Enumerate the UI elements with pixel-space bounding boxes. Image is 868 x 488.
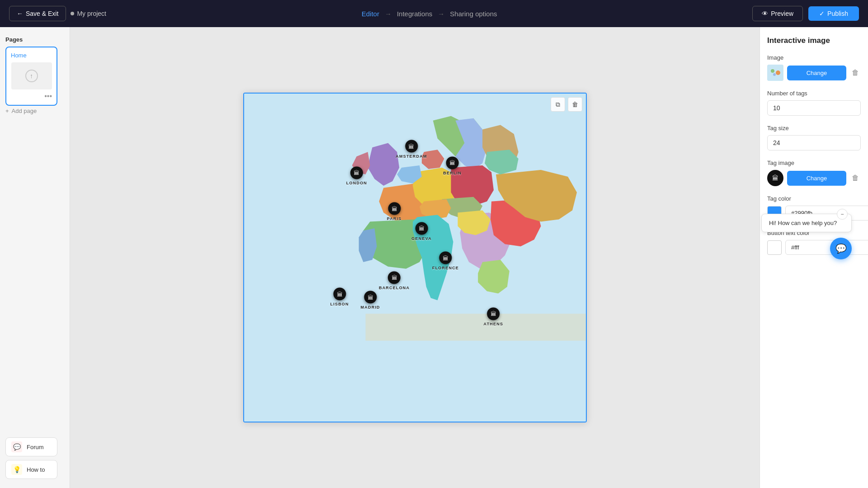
image-delete-button[interactable]: 🗑 [850, 67, 861, 79]
home-page-title: Home [11, 52, 52, 59]
howto-button[interactable]: 💡 How to [5, 460, 57, 479]
tag-image-preview: 🏛 [767, 170, 783, 186]
svg-point-3 [776, 70, 780, 75]
pin-circle[interactable]: 🏛 [446, 156, 459, 169]
chat-help-text: Hi! How can we help you? [769, 220, 837, 226]
map-thumb-icon [767, 65, 783, 81]
pin-circle[interactable]: 🏛 [415, 222, 428, 235]
check-icon: ✓ [819, 10, 825, 17]
sidebar: Pages Home ↑ ••• + Add page 💬 Foru [0, 27, 70, 488]
tag-image-label: Tag image [767, 160, 861, 166]
chat-panel: − Hi! How can we help you? [761, 214, 852, 232]
city-pin-athens[interactable]: 🏛 ATHENS [484, 307, 504, 326]
pages-section: Pages Home ↑ ••• + Add page [5, 36, 64, 116]
publish-button[interactable]: ✓ Publish [808, 6, 859, 21]
pin-circle[interactable]: 🏛 [439, 252, 452, 264]
forum-icon: 💬 [11, 441, 22, 452]
city-pin-paris[interactable]: 🏛 PARIS [387, 202, 402, 221]
delete-button[interactable]: 🗑 [568, 97, 582, 112]
image-thumbnail [767, 65, 783, 81]
arrow-1: → [385, 10, 392, 18]
nav-steps: Editor → Integrations → Sharing options [362, 10, 497, 18]
tag-image-row: 🏛 Change 🗑 [767, 170, 861, 186]
tag-image-delete-button[interactable]: 🗑 [850, 172, 861, 184]
pin-circle[interactable]: 🏛 [405, 140, 418, 153]
pin-circle[interactable]: 🏛 [350, 166, 363, 179]
city-label: GENEVA [411, 236, 432, 240]
header-left: ← Save & Exit My project [9, 6, 106, 21]
nav-sharing[interactable]: Sharing options [450, 10, 497, 18]
canvas-frame: ⧉ 🗑 [243, 93, 587, 422]
tag-size-section: Tag size [767, 125, 861, 150]
header-right: 👁 Preview ✓ Publish [752, 6, 859, 21]
image-label: Image [767, 54, 861, 61]
pages-title: Pages [5, 36, 64, 43]
chat-fab-icon: 💬 [835, 243, 847, 254]
image-change-button[interactable]: Change [787, 66, 846, 80]
page-options-button[interactable]: ••• [44, 92, 52, 100]
chat-fab-button[interactable]: 💬 [830, 238, 852, 259]
city-label: LISBON [330, 302, 349, 306]
pin-circle[interactable]: 🏛 [388, 271, 401, 284]
city-label: ATHENS [484, 321, 504, 326]
arrow-2: → [438, 10, 444, 18]
sidebar-bottom: 💬 Forum 💡 How to [5, 437, 64, 479]
home-page-card[interactable]: Home ↑ ••• [5, 47, 57, 106]
plus-icon: + [5, 108, 9, 114]
tags-label: Number of tags [767, 90, 861, 97]
city-pin-geneva[interactable]: 🏛 GENEVA [411, 222, 432, 240]
main-layout: Pages Home ↑ ••• + Add page 💬 Foru [0, 27, 868, 488]
pin-circle[interactable]: 🏛 [333, 288, 346, 300]
chat-minimize-button[interactable]: − [837, 209, 848, 220]
pin-circle[interactable]: 🏛 [487, 307, 500, 320]
svg-rect-1 [767, 65, 783, 81]
copy-button[interactable]: ⧉ [551, 97, 565, 112]
btn-color-swatch[interactable] [767, 240, 782, 255]
project-name: My project [71, 10, 106, 17]
tag-image-change-button[interactable]: Change [787, 171, 846, 186]
tag-color-label: Tag color [767, 195, 861, 202]
add-page-button[interactable]: + Add page [5, 106, 64, 116]
back-arrow-icon: ← [17, 10, 23, 17]
city-pin-berlin[interactable]: 🏛 BERLIN [443, 156, 462, 175]
tags-input[interactable] [767, 100, 861, 116]
canvas-area: ⧉ 🗑 [70, 27, 760, 488]
tag-size-label: Tag size [767, 125, 861, 131]
howto-icon: 💡 [11, 464, 22, 475]
city-label: BERLIN [443, 170, 462, 175]
svg-point-4 [773, 73, 776, 76]
forum-button[interactable]: 💬 Forum [5, 437, 57, 456]
city-pin-barcelona[interactable]: 🏛 BARCELONA [379, 271, 410, 290]
tags-section: Number of tags [767, 90, 861, 116]
right-panel: Interactive image Image Change 🗑 Numbe [760, 27, 868, 488]
city-pin-florence[interactable]: 🏛 FLORENCE [432, 252, 459, 270]
project-dot [71, 12, 74, 15]
svg-point-2 [771, 69, 774, 73]
pin-circle[interactable]: 🏛 [388, 202, 401, 215]
city-label: BARCELONA [379, 285, 410, 290]
city-label: PARIS [387, 216, 402, 221]
city-label: MADRID [361, 305, 380, 310]
panel-title: Interactive image [767, 36, 861, 45]
canvas-toolbar: ⧉ 🗑 [551, 97, 582, 112]
image-section: Image Change 🗑 [767, 54, 861, 81]
header: ← Save & Exit My project Editor → Integr… [0, 0, 868, 27]
nav-editor[interactable]: Editor [362, 10, 379, 18]
save-exit-button[interactable]: ← Save & Exit [9, 6, 66, 21]
upload-icon: ↑ [25, 70, 38, 82]
city-label: LONDON [346, 180, 367, 185]
tag-size-input[interactable] [767, 135, 861, 150]
city-pin-london[interactable]: 🏛 LONDON [346, 166, 367, 185]
map-container: 🏛 AMSTERDAM 🏛 LONDON 🏛 BERLIN 🏛 PARIS 🏛 … [244, 94, 586, 422]
image-row: Change 🗑 [767, 65, 861, 81]
city-pin-lisbon[interactable]: 🏛 LISBON [330, 288, 349, 306]
city-pin-amsterdam[interactable]: 🏛 AMSTERDAM [396, 140, 427, 159]
tag-image-section: Tag image 🏛 Change 🗑 [767, 160, 861, 186]
page-card-dots: ••• [11, 92, 52, 100]
save-exit-label: Save & Exit [26, 10, 58, 17]
preview-button[interactable]: 👁 Preview [752, 6, 803, 21]
city-pin-madrid[interactable]: 🏛 MADRID [361, 291, 380, 310]
btn-color-input[interactable] [785, 240, 868, 255]
pin-circle[interactable]: 🏛 [364, 291, 377, 304]
nav-integrations[interactable]: Integrations [397, 10, 432, 18]
